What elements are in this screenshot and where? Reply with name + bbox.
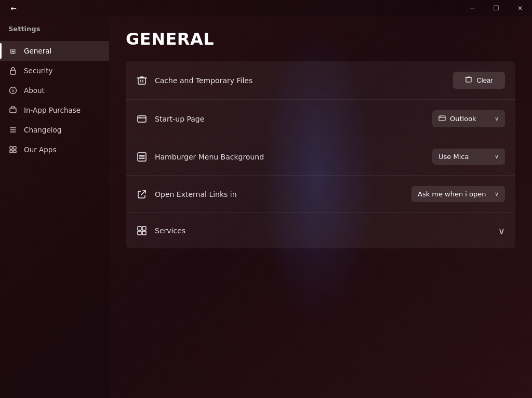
svg-rect-31 [138, 231, 141, 235]
services-label: Services [155, 227, 185, 235]
minimize-button[interactable]: ─ [460, 0, 484, 17]
svg-line-28 [141, 191, 145, 195]
services-expand: ∨ [498, 225, 505, 236]
sidebar-label-security: Security [24, 67, 52, 75]
minimize-icon: ─ [470, 5, 474, 12]
hamburger-chevron-icon: ∨ [495, 153, 499, 160]
sidebar-item-iap[interactable]: In-App Purchase [0, 100, 109, 120]
external-links-chevron-icon: ∨ [495, 191, 499, 197]
startup-chevron-icon: ∨ [495, 115, 499, 122]
cache-row: Cache and Temporary Files Clea [126, 61, 515, 100]
sidebar-label-our-apps: Our Apps [24, 145, 56, 154]
services-row[interactable]: Services ∨ [126, 213, 515, 248]
startup-label: Start-up Page [155, 115, 204, 123]
cache-row-right: Clear [453, 72, 505, 89]
changelog-icon [8, 125, 18, 135]
external-links-select-value-container: Ask me when i open [418, 190, 486, 198]
external-links-select[interactable]: Ask me when i open ∨ [411, 186, 505, 202]
sidebar-label-iap: In-App Purchase [24, 106, 81, 114]
svg-rect-11 [14, 150, 16, 153]
external-links-label: Open External Links in [155, 190, 237, 198]
cache-row-left: Cache and Temporary Files [136, 75, 252, 86]
svg-rect-18 [138, 116, 146, 122]
cache-icon [136, 75, 148, 86]
sidebar-label-general: General [24, 47, 51, 55]
external-links-select-value: Ask me when i open [418, 190, 486, 198]
main-layout: Settings ⊞ General Security [0, 17, 532, 398]
svg-rect-12 [138, 78, 145, 84]
window-controls: ─ ❐ ✕ [460, 0, 532, 17]
svg-rect-30 [142, 227, 146, 230]
titlebar: ← ─ ❐ ✕ [0, 0, 532, 17]
hamburger-select-value: Use Mica [438, 153, 469, 161]
external-links-row-left: Open External Links in [136, 189, 237, 200]
general-icon: ⊞ [8, 46, 18, 56]
startup-row-right: Outlook ∨ [432, 110, 505, 127]
clear-button[interactable]: Clear [453, 72, 505, 89]
svg-rect-23 [440, 117, 441, 117]
startup-row: Start-up Page [126, 100, 515, 138]
external-links-row-right: Ask me when i open ∨ [411, 186, 505, 202]
svg-rect-20 [139, 117, 141, 117]
svg-rect-29 [138, 227, 141, 230]
sidebar: Settings ⊞ General Security [0, 17, 109, 398]
hamburger-row-right: Use Mica ∨ [432, 149, 505, 165]
svg-rect-9 [14, 147, 16, 149]
back-button[interactable]: ← [6, 1, 21, 16]
security-icon [8, 66, 18, 75]
svg-rect-21 [439, 116, 445, 121]
sidebar-item-about[interactable]: About [0, 81, 109, 100]
startup-row-left: Start-up Page [136, 113, 204, 125]
maximize-icon: ❐ [494, 5, 499, 12]
hamburger-row-left: Hamburger Menu Background [136, 151, 264, 163]
sidebar-item-general[interactable]: ⊞ General [0, 41, 109, 61]
cache-label: Cache and Temporary Files [155, 76, 252, 85]
external-links-row: Open External Links in Ask me when i ope… [126, 176, 515, 213]
sidebar-item-security[interactable]: Security [0, 61, 109, 81]
svg-rect-10 [10, 150, 12, 153]
svg-rect-16 [466, 77, 471, 82]
svg-rect-0 [10, 70, 16, 74]
startup-icon [136, 113, 148, 125]
clear-button-label: Clear [476, 76, 493, 84]
iap-icon [8, 105, 18, 115]
close-icon: ✕ [517, 5, 523, 12]
close-button[interactable]: ✕ [508, 0, 532, 17]
hamburger-select[interactable]: Use Mica ∨ [432, 149, 505, 165]
settings-list: Cache and Temporary Files Clea [126, 61, 515, 248]
svg-rect-4 [10, 108, 16, 113]
our-apps-icon [8, 145, 18, 154]
sidebar-label-changelog: Changelog [24, 126, 61, 134]
sidebar-item-our-apps[interactable]: Our Apps [0, 140, 109, 160]
svg-rect-8 [10, 147, 12, 149]
services-icon [136, 225, 148, 236]
hamburger-icon [136, 151, 148, 163]
clear-button-icon [465, 76, 472, 85]
services-expand-icon: ∨ [498, 225, 505, 236]
back-icon: ← [10, 4, 17, 12]
sidebar-item-changelog[interactable]: Changelog [0, 120, 109, 140]
startup-select-icon [438, 114, 446, 123]
hamburger-select-value-container: Use Mica [438, 153, 469, 161]
external-links-icon [136, 189, 148, 200]
startup-select-value: Outlook [450, 115, 476, 123]
svg-rect-32 [142, 231, 146, 235]
hamburger-label: Hamburger Menu Background [155, 153, 264, 161]
page-title: GENERAL [126, 29, 515, 49]
content-area: GENERAL C [109, 17, 532, 398]
window: ← ─ ❐ ✕ Settings ⊞ General [0, 0, 532, 398]
services-row-left: Services [136, 225, 185, 236]
hamburger-row: Hamburger Menu Background Use Mica ∨ [126, 138, 515, 176]
sidebar-title: Settings [0, 21, 109, 41]
startup-select-value-container: Outlook [438, 114, 476, 123]
maximize-button[interactable]: ❐ [484, 0, 508, 17]
svg-point-3 [12, 88, 14, 89]
startup-select[interactable]: Outlook ∨ [432, 110, 505, 127]
about-icon [8, 86, 18, 95]
sidebar-label-about: About [24, 86, 45, 95]
